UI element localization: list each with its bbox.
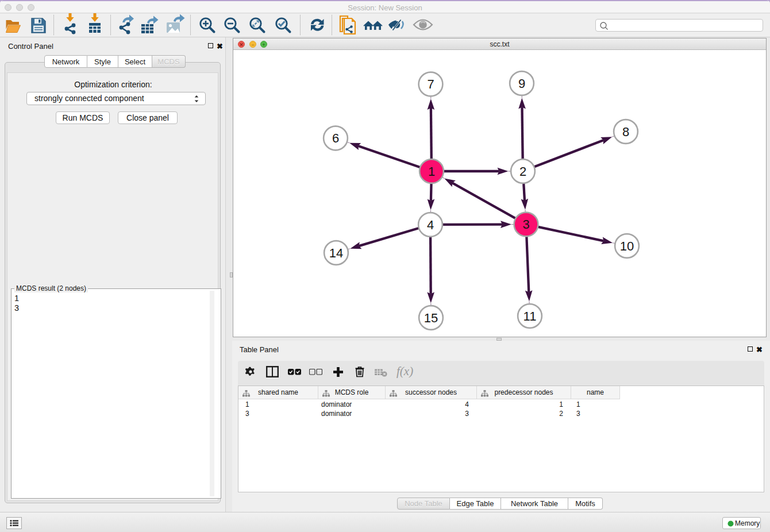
svg-text:10: 10 <box>620 239 634 253</box>
svg-text:1: 1 <box>428 164 435 179</box>
svg-text:11: 11 <box>523 309 537 323</box>
svg-text:8: 8 <box>622 125 629 139</box>
svg-text:7: 7 <box>427 77 434 91</box>
svg-text:6: 6 <box>332 131 339 145</box>
svg-text:15: 15 <box>424 311 438 325</box>
svg-text:4: 4 <box>427 218 434 232</box>
svg-text:14: 14 <box>329 246 343 260</box>
svg-text:3: 3 <box>522 217 529 232</box>
svg-text:2: 2 <box>519 164 526 179</box>
svg-text:9: 9 <box>518 76 525 91</box>
